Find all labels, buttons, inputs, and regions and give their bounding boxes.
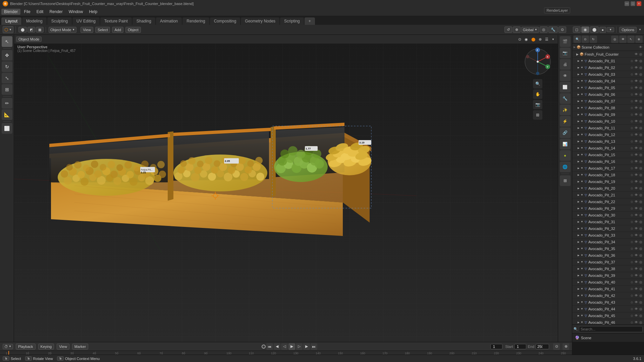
- view-type-btn2[interactable]: ▦: [36, 27, 44, 33]
- expand-Avocado_Pit_07-icon[interactable]: ▶: [578, 100, 579, 103]
- snap-btn[interactable]: ⊕: [513, 26, 521, 33]
- item-restrict-icon[interactable]: ⊙: [631, 281, 633, 284]
- tree-item[interactable]: ▶ ▼ ▽ Avocado_Pit_34 ⊙ 👁 ◎: [572, 239, 644, 245]
- playback-menu[interactable]: Playback: [16, 344, 36, 350]
- tree-item[interactable]: ▶ ▼ ▽ Avocado_Pit_04 ⊙ 👁 ◎: [572, 78, 644, 84]
- expand-Avocado_Pit_46-icon[interactable]: ▶: [578, 321, 579, 324]
- item-camera-icon[interactable]: ◎: [639, 186, 643, 190]
- prop-material-btn[interactable]: ●: [560, 150, 571, 161]
- tree-root-scene-collection[interactable]: ▶ 📦 Scene Collection 👁: [572, 44, 644, 51]
- item-eye-icon[interactable]: 👁: [634, 220, 638, 224]
- expand-Avocado_Pit_01-icon[interactable]: ▶: [578, 60, 579, 62]
- item-restrict-icon[interactable]: ⊙: [631, 173, 633, 177]
- zoom-to-fit-btn[interactable]: 🔍: [533, 79, 542, 88]
- item-camera-icon[interactable]: ◎: [639, 240, 643, 244]
- item-restrict-icon[interactable]: ⊙: [631, 153, 633, 157]
- item-camera-icon[interactable]: ◎: [639, 193, 643, 197]
- tree-item[interactable]: ▶ ▼ ▽ Avocado_Pit_13 ⊙ 👁 ◎: [572, 138, 644, 145]
- expand-Avocado_Pit_43-icon[interactable]: ▶: [578, 301, 579, 304]
- item-restrict-icon[interactable]: ⊙: [631, 86, 633, 89]
- item-eye-icon[interactable]: 👁: [634, 99, 638, 103]
- expand-Avocado_Pit_31-icon[interactable]: ▶: [578, 221, 579, 223]
- camera-btn[interactable]: 📷: [533, 100, 542, 109]
- viewport-shading-extra[interactable]: ▼: [607, 27, 614, 32]
- menu-edit[interactable]: Edit: [34, 9, 46, 15]
- maximize-button[interactable]: □: [631, 1, 635, 6]
- fly-mode-btn[interactable]: ✋: [533, 89, 542, 99]
- item-eye-icon[interactable]: 👁: [634, 139, 638, 143]
- item-eye-icon[interactable]: 👁: [634, 200, 638, 203]
- options-dropdown[interactable]: Options: [619, 27, 637, 33]
- item-restrict-icon[interactable]: ⊙: [631, 59, 633, 63]
- item-camera-icon[interactable]: ◎: [639, 86, 643, 89]
- expand-Avocado_Pit_44-icon[interactable]: ▶: [578, 308, 579, 310]
- expand-ffc-icon[interactable]: ▶: [576, 53, 579, 56]
- prop-render-btn[interactable]: 📷: [560, 48, 571, 58]
- item-eye-icon[interactable]: 👁: [634, 166, 638, 170]
- item-eye-icon[interactable]: 👁: [634, 280, 638, 284]
- prop-object-btn[interactable]: ⬜: [560, 82, 571, 93]
- play-btn[interactable]: ▶: [288, 343, 295, 350]
- item-camera-icon[interactable]: ◎: [639, 233, 643, 237]
- tab-animation[interactable]: Animation: [156, 17, 182, 25]
- expand-Avocado_Pit_35-icon[interactable]: ▶: [578, 247, 579, 250]
- tree-item[interactable]: ▶ ▼ ▽ Avocado_Pit_18 ⊙ 👁 ◎: [572, 172, 644, 178]
- item-restrict-icon[interactable]: ⊙: [631, 140, 633, 143]
- item-restrict-icon[interactable]: ⊙: [631, 79, 633, 83]
- tree-item[interactable]: ▶ ▼ ▽ Avocado_Pit_30 ⊙ 👁 ◎: [572, 212, 644, 219]
- item-eye-icon[interactable]: 👁: [634, 320, 638, 324]
- item-camera-icon[interactable]: ◎: [639, 119, 643, 123]
- item-eye-icon[interactable]: 👁: [634, 294, 638, 297]
- item-eye-icon[interactable]: 👁: [634, 287, 638, 291]
- viewport-shading-solid[interactable]: ◉: [581, 26, 589, 33]
- transform-orientation-dropdown[interactable]: Global ▼: [521, 27, 539, 33]
- item-eye-icon[interactable]: 👁: [634, 314, 638, 317]
- tree-item[interactable]: ▶ ▼ ▽ Avocado_Pit_20 ⊙ 👁 ◎: [572, 185, 644, 192]
- item-camera-icon[interactable]: ◎: [639, 93, 643, 96]
- expand-Avocado_Pit_03-icon[interactable]: ▶: [578, 73, 579, 76]
- viewport-shading-material[interactable]: ⬤: [590, 26, 599, 33]
- vp-header-option5[interactable]: ☰: [544, 37, 550, 42]
- tree-item[interactable]: ▶ ▼ ▽ Avocado_Pit_03 ⊙ 👁 ◎: [572, 71, 644, 78]
- item-restrict-icon[interactable]: ⊙: [631, 274, 633, 277]
- tree-item[interactable]: ▶ ▼ ▽ Avocado_Pit_43 ⊙ 👁 ◎: [572, 299, 644, 306]
- item-camera-icon[interactable]: ◎: [639, 200, 643, 203]
- expand-Avocado_Pit_30-icon[interactable]: ▶: [578, 214, 579, 217]
- item-eye-icon[interactable]: 👁: [634, 307, 638, 311]
- item-eye-icon[interactable]: 👁: [634, 113, 638, 116]
- tab-uv-editing[interactable]: UV Editing: [72, 17, 100, 25]
- item-eye-icon[interactable]: 👁: [634, 247, 638, 250]
- item-eye-icon[interactable]: 👁: [634, 160, 638, 163]
- sp-filter-btn[interactable]: 🔍: [574, 36, 581, 43]
- gizmo-toggle-btn[interactable]: ↺: [504, 26, 512, 33]
- prop-output-btn[interactable]: 🖨: [560, 59, 571, 70]
- item-restrict-icon[interactable]: ⊙: [631, 227, 633, 230]
- tree-item[interactable]: ▶ ▼ ▽ Avocado_Pit_10 ⊙ 👁 ◎: [572, 118, 644, 125]
- item-eye-icon[interactable]: 👁: [634, 260, 638, 264]
- vp-header-option2[interactable]: ◉: [523, 37, 529, 42]
- timeline-editor-type[interactable]: ⏱ ▼: [3, 344, 13, 349]
- view-type-btn1[interactable]: ◩: [28, 27, 35, 33]
- tool-scale[interactable]: ⤡: [2, 73, 12, 83]
- item-camera-icon[interactable]: ◎: [639, 253, 643, 257]
- item-eye-icon[interactable]: 👁: [634, 180, 638, 183]
- item-eye-icon[interactable]: 👁: [634, 233, 638, 237]
- snapping-btn[interactable]: 🔧: [548, 26, 558, 33]
- tree-item[interactable]: ▶ ▼ ▽ Avocado_Pit_41 ⊙ 👁 ◎: [572, 286, 644, 292]
- tree-item[interactable]: ▶ ▼ ▽ Avocado_Pit_09 ⊙ 👁 ◎: [572, 111, 644, 118]
- item-restrict-icon[interactable]: ⊙: [631, 307, 633, 311]
- viewport-shading-wire[interactable]: ◻: [573, 26, 581, 33]
- item-camera-icon[interactable]: ◎: [639, 99, 643, 103]
- item-camera-icon[interactable]: ◎: [639, 300, 643, 304]
- item-camera-icon[interactable]: ◎: [639, 166, 643, 170]
- tool-move[interactable]: ✥: [2, 50, 12, 61]
- expand-Avocado_Pit_19-icon[interactable]: ▶: [578, 180, 579, 183]
- item-restrict-icon[interactable]: ⊙: [631, 207, 633, 210]
- expand-Avocado_Pit_06-icon[interactable]: ▶: [578, 93, 579, 96]
- item-camera-icon[interactable]: ◎: [639, 274, 643, 277]
- tree-item[interactable]: ▶ ▼ ▽ Avocado_Pit_07 ⊙ 👁 ◎: [572, 98, 644, 105]
- item-camera-icon[interactable]: ◎: [639, 139, 643, 143]
- item-restrict-icon[interactable]: ⊙: [631, 120, 633, 123]
- tree-item[interactable]: ▶ ▼ ▽ Avocado_Pit_15 ⊙ 👁 ◎: [572, 152, 644, 158]
- item-restrict-icon[interactable]: ⊙: [631, 247, 633, 250]
